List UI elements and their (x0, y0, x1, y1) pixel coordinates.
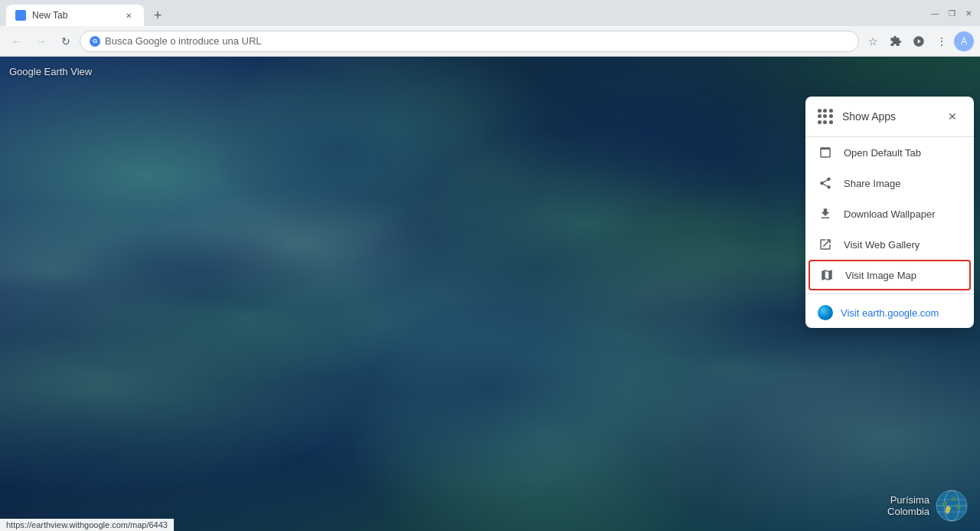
earth-view-label: Google Earth View (9, 66, 92, 77)
menu-item-label: Share Image (844, 178, 900, 189)
new-tab-button[interactable]: + (147, 5, 168, 26)
bookmark-button[interactable]: ☆ (862, 31, 884, 52)
google-logo-icon: G (90, 36, 100, 47)
browser-window: New Tab ✕ + — ❐ ✕ ← → ↻ G Busca Google o… (0, 0, 980, 531)
menu-item-label: Download Wallpaper (844, 208, 935, 220)
toolbar-icons: ☆ ⋮ A (862, 31, 974, 52)
tab-favicon (15, 10, 26, 21)
globe-icon (936, 490, 968, 522)
dropdown-menu: Show Apps ✕ Open Default Tab Share Image (805, 97, 974, 328)
menu-earth-link[interactable]: Visit earth.google.com (805, 297, 974, 328)
menu-item-label: Visit Image Map (845, 270, 916, 281)
main-content: Google Earth View https://earthview.with… (0, 57, 980, 531)
menu-item-share-image[interactable]: Share Image (805, 168, 974, 198)
apps-grid-icon (818, 109, 833, 124)
earth-link-label: Visit earth.google.com (841, 307, 939, 319)
tab-title: New Tab (32, 10, 116, 21)
forward-button[interactable]: → (31, 31, 52, 52)
download-icon (818, 206, 833, 221)
title-bar: New Tab ✕ + — ❐ ✕ (0, 0, 980, 26)
share-icon (818, 175, 833, 191)
location-text: Purísima Colombia (887, 494, 929, 517)
restore-button[interactable]: ❐ (946, 8, 957, 18)
tab-strip: New Tab ✕ + (6, 0, 929, 26)
address-bar[interactable]: G Busca Google o introduce una URL (80, 31, 859, 52)
extensions-button[interactable] (885, 31, 906, 52)
tab-icon (818, 145, 833, 160)
more-tools-button[interactable]: ⋮ (931, 31, 952, 52)
minimize-button[interactable]: — (929, 8, 940, 18)
location-badge: Purísima Colombia (887, 490, 968, 522)
menu-item-download-wallpaper[interactable]: Download Wallpaper (805, 198, 974, 229)
back-button[interactable]: ← (6, 31, 28, 52)
status-bar: https://earthview.withgoogle.com/map/644… (0, 519, 174, 531)
menu-divider (805, 293, 974, 294)
map-icon (819, 267, 835, 283)
external-link-icon (818, 237, 833, 252)
refresh-button[interactable]: ↻ (55, 31, 77, 52)
address-text: Busca Google o introduce una URL (105, 35, 262, 47)
account-avatar[interactable]: A (954, 31, 974, 51)
location-country: Colombia (887, 506, 929, 517)
menu-title: Show Apps (842, 110, 896, 123)
active-tab[interactable]: New Tab ✕ (6, 5, 144, 26)
menu-item-label: Visit Web Gallery (844, 239, 920, 251)
tab-close-button[interactable]: ✕ (122, 9, 135, 21)
window-controls: — ❐ ✕ (929, 8, 974, 18)
menu-close-button[interactable]: ✕ (943, 107, 962, 126)
menu-item-visit-image-map[interactable]: Visit Image Map (808, 260, 971, 290)
close-button[interactable]: ✕ (963, 8, 974, 18)
location-name: Purísima (887, 494, 929, 506)
profile-icon[interactable] (908, 31, 929, 52)
menu-item-label: Open Default Tab (844, 147, 921, 159)
menu-item-visit-web-gallery[interactable]: Visit Web Gallery (805, 229, 974, 260)
menu-item-open-default-tab[interactable]: Open Default Tab (805, 137, 974, 168)
earth-globe-icon (818, 305, 833, 320)
menu-header: Show Apps ✕ (805, 97, 974, 137)
toolbar: ← → ↻ G Busca Google o introduce una URL… (0, 26, 980, 57)
